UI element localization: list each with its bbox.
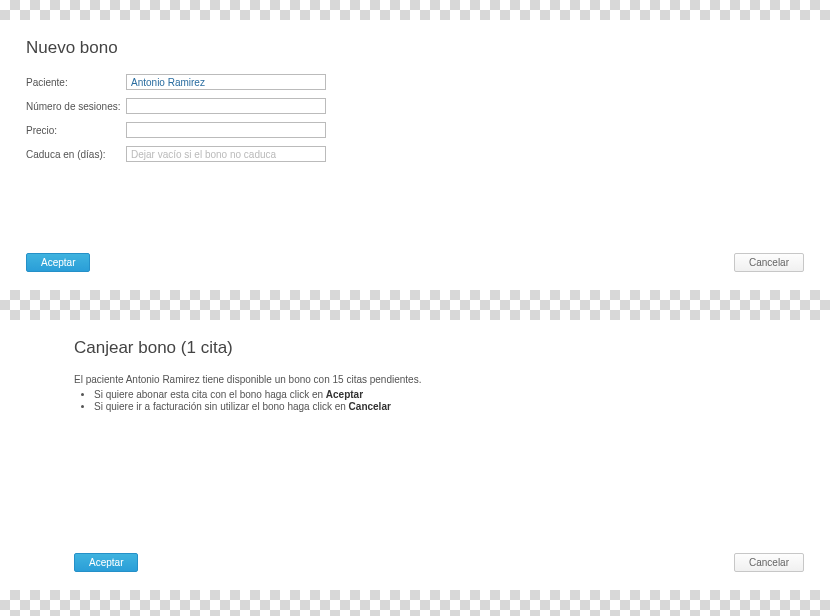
row-precio: Precio: [26,122,804,138]
row-caduca: Caduca en (días): [26,146,804,162]
input-paciente[interactable] [126,74,326,90]
bullet-bold: Cancelar [349,401,391,412]
list-item: Si quiere ir a facturación sin utilizar … [94,401,804,412]
label-caduca: Caduca en (días): [26,149,126,160]
panel-canjear-bono: Canjear bono (1 cita) El paciente Antoni… [0,320,830,590]
input-precio[interactable] [126,122,326,138]
input-caduca[interactable] [126,146,326,162]
label-paciente: Paciente: [26,77,126,88]
accept-button-bottom[interactable]: Aceptar [74,553,138,572]
info-text: El paciente Antonio Ramirez tiene dispon… [74,374,804,385]
cancel-button-bottom[interactable]: Cancelar [734,553,804,572]
panel-nuevo-bono: Nuevo bono Paciente: Número de sesiones:… [0,20,830,290]
cancel-button-top[interactable]: Cancelar [734,253,804,272]
bullet-bold: Aceptar [326,389,363,400]
bullet-pre: Si quiere abonar esta cita con el bono h… [94,389,326,400]
row-sesiones: Número de sesiones: [26,98,804,114]
input-sesiones[interactable] [126,98,326,114]
page-title-nuevo-bono: Nuevo bono [26,38,804,58]
list-item: Si quiere abonar esta cita con el bono h… [94,389,804,400]
checker-mid [0,290,830,320]
label-sesiones: Número de sesiones: [26,101,126,112]
page-title-canjear-bono: Canjear bono (1 cita) [74,338,804,358]
label-precio: Precio: [26,125,126,136]
checker-bot [0,590,830,616]
button-row-top: Aceptar Cancelar [26,253,804,272]
row-paciente: Paciente: [26,74,804,90]
accept-button-top[interactable]: Aceptar [26,253,90,272]
checker-top [0,0,830,20]
button-row-bottom: Aceptar Cancelar [74,553,804,572]
bullet-pre: Si quiere ir a facturación sin utilizar … [94,401,349,412]
bullet-list: Si quiere abonar esta cita con el bono h… [74,389,804,412]
